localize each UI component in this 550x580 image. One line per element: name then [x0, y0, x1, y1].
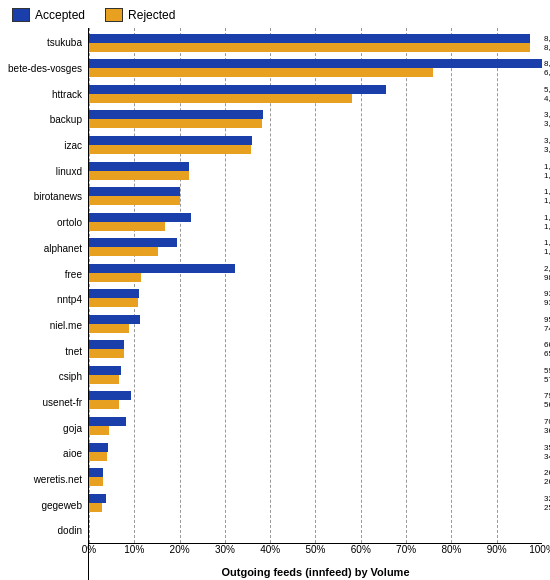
rejected-bar-wrap: 251,681 — [89, 503, 542, 512]
rejected-bar — [89, 43, 530, 52]
accepted-bar-wrap: 1,885,621 — [89, 162, 542, 171]
rejected-value: 653,219 — [544, 349, 550, 358]
accepted-value: 1,653,601 — [544, 238, 550, 247]
bar-row: 3,271,0723,261,261 — [89, 107, 542, 133]
accepted-bar — [89, 340, 124, 349]
y-label: linuxd — [8, 166, 82, 177]
y-label: csiph — [8, 371, 82, 382]
rejected-bar — [89, 324, 129, 333]
accepted-bar — [89, 238, 177, 247]
bar-rows: 8,316,0028,316,0028,535,0126,472,3095,58… — [89, 28, 542, 543]
accepted-bar — [89, 468, 103, 477]
rejected-bar — [89, 349, 124, 358]
y-label: aioe — [8, 448, 82, 459]
rejected-bar-wrap: 1,303,240 — [89, 247, 542, 256]
rejected-bar-wrap — [89, 528, 542, 537]
rejected-value: 563,337 — [544, 400, 550, 409]
x-tick: 100% — [529, 544, 550, 555]
rejected-bar-wrap: 342,135 — [89, 452, 542, 461]
accepted-bar-wrap: 5,586,722 — [89, 85, 542, 94]
rejected-bar-wrap: 8,316,002 — [89, 43, 542, 52]
accepted-value: 1,723,584 — [544, 187, 550, 196]
accepted-bar-wrap: 954,916 — [89, 315, 542, 324]
rejected-value: 1,885,621 — [544, 171, 550, 180]
accepted-bar — [89, 59, 542, 68]
accepted-value: 954,916 — [544, 315, 550, 324]
rejected-bar — [89, 68, 433, 77]
bar-row: 933,807930,616 — [89, 285, 542, 311]
accepted-value: 322,182 — [544, 494, 550, 503]
x-tick: 60% — [351, 544, 371, 555]
y-label: izac — [8, 140, 82, 151]
accepted-bar-wrap: 3,065,123 — [89, 136, 542, 145]
rejected-value: 570,247 — [544, 375, 550, 384]
rejected-bar-wrap: 1,885,621 — [89, 171, 542, 180]
rejected-value: 3,060,943 — [544, 145, 550, 154]
accepted-value: 3,271,072 — [544, 110, 550, 119]
y-label: niel.me — [8, 320, 82, 331]
rejected-value: 748,927 — [544, 324, 550, 333]
chart-container: Accepted Rejected tsukubabete-des-vosges… — [0, 0, 550, 580]
rejected-bar — [89, 400, 119, 409]
bar-row — [89, 515, 542, 541]
accepted-value: 8,535,012 — [544, 59, 550, 68]
rejected-bar-wrap: 570,247 — [89, 375, 542, 384]
accepted-label: Accepted — [35, 8, 85, 22]
accepted-bar — [89, 289, 139, 298]
bar-row: 262,197262,197 — [89, 464, 542, 490]
bar-row: 8,535,0126,472,309 — [89, 56, 542, 82]
bar-row: 1,885,6211,885,621 — [89, 158, 542, 184]
x-ticks-container: 0%10%20%30%40%50%60%70%80%90%100% — [89, 544, 542, 562]
rejected-bar — [89, 503, 102, 512]
bar-row: 2,756,680981,995 — [89, 260, 542, 286]
accepted-value: 1,922,199 — [544, 213, 550, 222]
accepted-value: 262,197 — [544, 468, 550, 477]
accepted-value: 5,586,722 — [544, 85, 550, 94]
y-label: alphanet — [8, 243, 82, 254]
accepted-bar-wrap: 3,271,072 — [89, 110, 542, 119]
accepted-bar-wrap: 933,807 — [89, 289, 542, 298]
x-tick: 30% — [215, 544, 235, 555]
x-axis-title: Outgoing feeds (innfeed) by Volume — [89, 566, 542, 578]
y-label: nntp4 — [8, 294, 82, 305]
accepted-value: 598,205 — [544, 366, 550, 375]
rejected-bar — [89, 273, 141, 282]
bars-area: 8,316,0028,316,0028,535,0126,472,3095,58… — [88, 28, 542, 544]
x-tick: 20% — [170, 544, 190, 555]
accepted-bar — [89, 34, 530, 43]
bar-row: 1,723,5841,723,584 — [89, 183, 542, 209]
legend-rejected: Rejected — [105, 8, 175, 22]
accepted-bar — [89, 162, 189, 171]
rejected-bar — [89, 94, 352, 103]
accepted-bar-wrap: 2,756,680 — [89, 264, 542, 273]
accepted-bar-wrap: 704,145 — [89, 417, 542, 426]
chart-area: tsukubabete-des-vosgeshttrackbackupizacl… — [8, 28, 542, 580]
rejected-value: 981,995 — [544, 273, 550, 282]
accepted-bar-wrap: 790,061 — [89, 391, 542, 400]
bar-row: 1,653,6011,303,240 — [89, 234, 542, 260]
accepted-bar — [89, 494, 106, 503]
y-label: birotanews — [8, 191, 82, 202]
accepted-value: 933,807 — [544, 289, 550, 298]
bar-row: 790,061563,337 — [89, 388, 542, 414]
accepted-bar — [89, 391, 131, 400]
rejected-bar-wrap: 653,219 — [89, 349, 542, 358]
rejected-bar-wrap: 563,337 — [89, 400, 542, 409]
y-label: bete-des-vosges — [8, 63, 82, 74]
accepted-bar — [89, 443, 108, 452]
rejected-bar-wrap: 4,955,682 — [89, 94, 542, 103]
rejected-value: 1,723,584 — [544, 196, 550, 205]
rejected-value: 3,261,261 — [544, 119, 550, 128]
accepted-swatch — [12, 8, 30, 22]
y-label: tnet — [8, 346, 82, 357]
accepted-value: 350,666 — [544, 443, 550, 452]
rejected-bar-wrap: 3,261,261 — [89, 119, 542, 128]
accepted-bar-wrap: 1,723,584 — [89, 187, 542, 196]
rejected-bar — [89, 247, 158, 256]
rejected-value: 262,197 — [544, 477, 550, 486]
accepted-bar-wrap: 8,316,002 — [89, 34, 542, 43]
accepted-bar — [89, 85, 386, 94]
bar-row: 598,205570,247 — [89, 362, 542, 388]
bars-and-x: 8,316,0028,316,0028,535,0126,472,3095,58… — [88, 28, 542, 580]
accepted-value: 3,065,123 — [544, 136, 550, 145]
